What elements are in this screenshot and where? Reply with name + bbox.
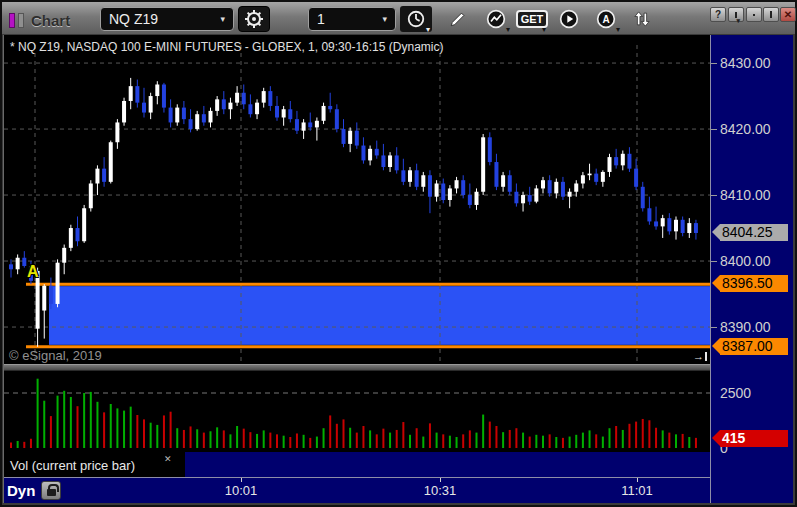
candle-body: [501, 175, 505, 187]
volume-bar: [482, 415, 484, 448]
volume-bar: [336, 424, 338, 448]
volume-bar: [17, 441, 19, 448]
close-indicator-icon[interactable]: ✕: [164, 454, 172, 464]
candle-body: [102, 169, 106, 182]
chevron-down-icon: ▾: [542, 25, 546, 34]
candle-body: [328, 106, 332, 109]
candle-body: [268, 91, 272, 106]
volume-bar: [489, 422, 491, 448]
chart-tab[interactable]: Chart: [9, 8, 70, 32]
volume-pane[interactable]: [4, 371, 710, 452]
volume-bar: [23, 442, 25, 448]
volume-bar: [476, 433, 478, 448]
candle-body: [455, 180, 459, 188]
volume-bar: [37, 379, 39, 448]
time-label: 11:01: [614, 483, 660, 498]
volume-bar: [668, 433, 670, 448]
candle-body: [295, 119, 299, 131]
candle-body: [348, 131, 352, 144]
get-data-button[interactable]: GET ▾: [516, 6, 548, 32]
candle-body: [109, 142, 113, 182]
volume-bar: [495, 426, 497, 448]
candle-body: [315, 121, 319, 128]
price-chart-pane[interactable]: * NQ Z19, NASDAQ 100 E-MINI FUTURES - GL…: [4, 35, 710, 364]
volume-bar: [83, 393, 85, 448]
time-label: 10:01: [218, 483, 264, 498]
candle-body: [149, 96, 153, 112]
volume-bar: [249, 432, 251, 448]
candle-body: [634, 169, 638, 187]
candle-body: [421, 175, 425, 187]
interval-dropdown[interactable]: 1 ▾: [308, 7, 396, 31]
candle-body: [448, 188, 452, 200]
volume-bar: [615, 426, 617, 448]
volume-bar: [456, 437, 458, 448]
volume-bar: [622, 430, 624, 448]
volume-bar: [682, 434, 684, 448]
candle-body: [182, 108, 186, 120]
candle-body: [574, 183, 578, 191]
gear-icon: [243, 8, 265, 30]
axis-tick: [711, 195, 717, 196]
price-axis[interactable]: 8430.008420.008410.008400.008390.0025000…: [710, 35, 793, 503]
maximize-button[interactable]: [763, 7, 779, 22]
candle-body: [654, 221, 658, 226]
candle-body: [56, 263, 60, 304]
volume-bar: [43, 401, 45, 448]
candle-body: [435, 183, 439, 196]
price-tick-label: 8430.00: [720, 55, 771, 71]
volume-bar: [136, 415, 138, 448]
candle-body: [488, 137, 492, 162]
replay-button[interactable]: [553, 6, 585, 32]
volume-bar: [190, 426, 192, 448]
candle-body: [508, 175, 512, 191]
tag-arrow-icon: [712, 224, 720, 240]
candle-body: [415, 170, 419, 186]
draw-tool-button[interactable]: [442, 6, 474, 32]
volume-bar: [402, 422, 404, 448]
candle-body: [16, 258, 20, 270]
candle-body: [9, 264, 13, 269]
volume-bar: [50, 416, 52, 448]
volume-bar: [389, 433, 391, 448]
lock-scale-button[interactable]: [41, 481, 61, 500]
volume-bar: [150, 423, 152, 448]
close-button[interactable]: ✕: [780, 7, 796, 22]
play-icon: [559, 7, 579, 31]
help-button[interactable]: ?: [710, 7, 726, 22]
volume-bar: [163, 415, 165, 448]
pin-window-button[interactable]: [728, 7, 744, 22]
svg-text:A: A: [602, 14, 609, 25]
candle-body: [694, 223, 698, 233]
dynamic-mode-label[interactable]: Dyn: [7, 482, 35, 499]
line-tools-button[interactable]: ▾: [480, 6, 512, 32]
candle-body: [514, 192, 518, 204]
candle-body: [461, 180, 465, 195]
time-axis[interactable]: Dyn 10:01 10:31 11:01: [4, 477, 710, 503]
volume-bar: [283, 436, 285, 448]
candle-body: [255, 103, 259, 115]
titlebar[interactable]: Chart NQ Z19 ▾ 1 ▾: [2, 2, 795, 35]
candle-body: [601, 172, 605, 182]
scroll-to-end-icon[interactable]: →: [693, 350, 707, 362]
volume-bar: [110, 404, 112, 448]
volume-bar: [130, 407, 132, 448]
symbol-dropdown[interactable]: NQ Z19 ▾: [100, 7, 234, 31]
indicator-label[interactable]: Vol (current price bar) ✕: [4, 452, 185, 478]
chart-tab-label: Chart: [31, 12, 70, 29]
volume-bar: [628, 424, 630, 448]
refresh-swap-button[interactable]: [626, 6, 658, 32]
candle-body: [89, 183, 93, 208]
minimize-button[interactable]: [746, 7, 762, 22]
volume-bar: [229, 434, 231, 448]
symbol-settings-button[interactable]: [238, 6, 270, 32]
time-template-button[interactable]: ▾: [400, 6, 432, 32]
volume-bar: [535, 435, 537, 448]
candle-body: [674, 220, 678, 232]
volume-bar: [642, 419, 644, 448]
candle-body: [235, 93, 239, 103]
alert-button[interactable]: A ▾: [590, 6, 622, 32]
candle-body: [627, 154, 631, 169]
pane-divider[interactable]: [4, 364, 710, 371]
lock-icon: [47, 489, 56, 496]
